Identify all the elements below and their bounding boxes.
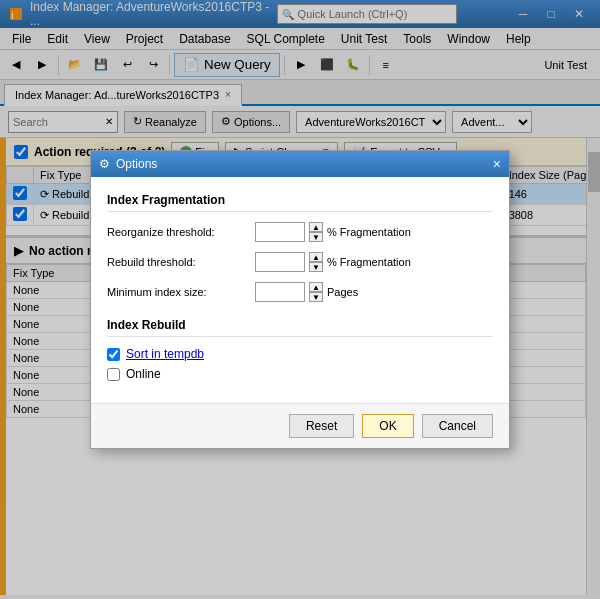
modal-title-text: Options [116,157,157,171]
reorganize-input[interactable]: 10 [255,222,305,242]
modal-body: Index Fragmentation Reorganize threshold… [91,177,509,403]
reorganize-label: Reorganize threshold: [107,226,247,238]
reorganize-spinner: ▲ ▼ [309,222,323,242]
min-index-spinner: ▲ ▼ [309,282,323,302]
modal-title: ⚙ Options [99,157,157,171]
rebuild-input[interactable]: 30 [255,252,305,272]
online-checkbox[interactable] [107,368,120,381]
reset-button[interactable]: Reset [289,414,354,438]
min-index-input-group: 100 ▲ ▼ Pages [255,282,358,302]
ok-button[interactable]: OK [362,414,413,438]
modal-close-button[interactable]: × [493,156,501,172]
rebuild-unit: % Fragmentation [327,256,411,268]
online-row: Online [107,367,493,381]
rebuild-spin-up[interactable]: ▲ [309,252,323,262]
min-index-row: Minimum index size: 100 ▲ ▼ Pages [107,282,493,302]
reorganize-row: Reorganize threshold: 10 ▲ ▼ % Fragmenta… [107,222,493,242]
index-rebuild-section: Index Rebuild Sort in tempdb Online [107,318,493,381]
modal-title-bar: ⚙ Options × [91,151,509,177]
sort-tempdb-checkbox[interactable] [107,348,120,361]
sort-tempdb-row: Sort in tempdb [107,347,493,361]
rebuild-label: Rebuild threshold: [107,256,247,268]
rebuild-spinner: ▲ ▼ [309,252,323,272]
min-index-spin-up[interactable]: ▲ [309,282,323,292]
min-index-unit: Pages [327,286,358,298]
reorganize-unit: % Fragmentation [327,226,411,238]
rebuild-spin-down[interactable]: ▼ [309,262,323,272]
index-frag-section-title: Index Fragmentation [107,193,493,212]
index-rebuild-title: Index Rebuild [107,318,493,337]
min-index-input[interactable]: 100 [255,282,305,302]
reorganize-spin-up[interactable]: ▲ [309,222,323,232]
reorganize-input-group: 10 ▲ ▼ % Fragmentation [255,222,411,242]
online-label: Online [126,367,161,381]
modal-overlay: ⚙ Options × Index Fragmentation Reorgani… [0,0,600,595]
rebuild-row: Rebuild threshold: 30 ▲ ▼ % Fragmentatio… [107,252,493,272]
min-index-label: Minimum index size: [107,286,247,298]
modal-gear-icon: ⚙ [99,157,110,171]
reorganize-spin-down[interactable]: ▼ [309,232,323,242]
rebuild-input-group: 30 ▲ ▼ % Fragmentation [255,252,411,272]
cancel-button[interactable]: Cancel [422,414,493,438]
options-modal: ⚙ Options × Index Fragmentation Reorgani… [90,150,510,449]
modal-footer: Reset OK Cancel [91,403,509,448]
sort-tempdb-label[interactable]: Sort in tempdb [126,347,204,361]
min-index-spin-down[interactable]: ▼ [309,292,323,302]
